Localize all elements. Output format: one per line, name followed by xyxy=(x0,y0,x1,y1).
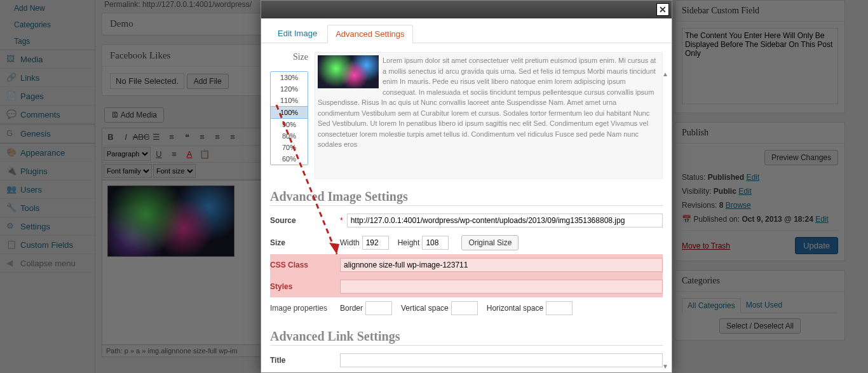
align-center-button[interactable]: ≡ xyxy=(210,130,224,144)
add-file-button[interactable]: Add File xyxy=(187,74,229,89)
menu-links[interactable]: 🔗Links xyxy=(0,69,95,87)
tab-advanced-settings[interactable]: Advanced Settings xyxy=(327,25,412,43)
styles-label: Styles xyxy=(270,282,340,291)
font-size-select[interactable]: Font size xyxy=(153,164,196,178)
paragraph-select[interactable]: Paragraph xyxy=(104,147,151,161)
text-color-button[interactable]: A xyxy=(182,147,196,161)
ol-button[interactable]: ≡ xyxy=(165,130,179,144)
align-right-button[interactable]: ≡ xyxy=(226,130,240,144)
styles-input[interactable] xyxy=(340,280,663,294)
page-icon: 📄 xyxy=(6,91,17,101)
date-edit-link[interactable]: Edit xyxy=(815,215,829,224)
size-option[interactable]: 110% xyxy=(271,95,308,106)
width-input[interactable] xyxy=(362,236,389,250)
menu-comments[interactable]: 💬Comments xyxy=(0,105,95,124)
hspace-input[interactable] xyxy=(546,301,573,315)
bold-button[interactable]: B xyxy=(104,130,118,144)
image-properties-label: Image properties xyxy=(270,304,340,313)
preview-box: Lorem ipsum dolor sit amet consectetuer … xyxy=(315,52,663,179)
menu-tags[interactable]: Tags xyxy=(0,33,95,50)
original-size-button[interactable]: Original Size xyxy=(461,235,519,250)
width-label: Width xyxy=(340,238,360,247)
size-list: 130%120%110%100%90%80%70%60% xyxy=(270,71,308,165)
menu-tools-label: Tools xyxy=(20,203,39,213)
size-option[interactable]: 60% xyxy=(271,153,308,165)
close-button[interactable]: ✕ xyxy=(656,3,669,16)
visibility-value: Public xyxy=(714,187,736,196)
size-option[interactable]: 120% xyxy=(271,83,308,95)
status-label: Status: xyxy=(682,173,708,182)
size-option[interactable]: 90% xyxy=(271,119,308,130)
menu-pages[interactable]: 📄Pages xyxy=(0,87,95,105)
size-option[interactable]: 80% xyxy=(271,130,308,142)
menu-comments-label: Comments xyxy=(20,110,60,119)
scroll-up-icon[interactable]: ▲ xyxy=(660,69,670,79)
scroll-down-icon[interactable]: ▼ xyxy=(660,361,670,371)
quote-button[interactable]: ❝ xyxy=(180,130,194,144)
move-to-trash-link[interactable]: Move to Trash xyxy=(682,241,730,250)
size-option[interactable]: 100% xyxy=(271,106,308,119)
preview-changes-button[interactable]: Preview Changes xyxy=(764,150,838,165)
css-class-label: CSS Class xyxy=(270,261,340,269)
settings-icon: ⚙ xyxy=(6,221,17,231)
menu-media[interactable]: 🖼Media xyxy=(0,50,95,69)
ul-button[interactable]: ☰ xyxy=(149,130,163,144)
collapse-label: Collapse menu xyxy=(20,259,76,268)
menu-genesis[interactable]: GGenesis xyxy=(0,124,95,143)
menu-settings[interactable]: ⚙Settings xyxy=(0,217,95,236)
menu-genesis-label: Genesis xyxy=(20,129,51,139)
browse-link[interactable]: Browse xyxy=(726,201,751,210)
tab-most-used[interactable]: Most Used xyxy=(741,298,787,313)
collapse-menu[interactable]: ◀Collapse menu xyxy=(0,254,95,273)
tab-edit-image[interactable]: Edit Image xyxy=(270,25,325,43)
image-settings-modal: ✕ Edit Image Advanced Settings ▲ Size 13… xyxy=(261,0,672,373)
menu-add-new[interactable]: Add New xyxy=(0,0,95,17)
select-deselect-button[interactable]: Select / Deselect All xyxy=(719,318,801,334)
users-icon: 👥 xyxy=(6,184,17,194)
update-button[interactable]: Update xyxy=(795,237,838,254)
status-value: Published xyxy=(708,173,744,182)
align-full-button[interactable]: ≡ xyxy=(167,147,181,161)
menu-tools[interactable]: 🔧Tools xyxy=(0,199,95,217)
menu-settings-label: Settings xyxy=(20,222,50,231)
paste-button[interactable]: 📋 xyxy=(198,147,212,161)
font-family-select[interactable]: Font family xyxy=(104,164,152,178)
publish-title: Publish xyxy=(675,123,844,144)
italic-button[interactable]: I xyxy=(119,130,133,144)
menu-appearance-label: Appearance xyxy=(20,148,65,158)
add-media-button[interactable]: 🖻 Add Media xyxy=(104,107,164,123)
hspace-label: Horizontal space xyxy=(487,304,543,313)
menu-users[interactable]: 👥Users xyxy=(0,180,95,199)
visibility-label: Visibility: xyxy=(682,187,714,196)
menu-users-label: Users xyxy=(20,185,42,194)
title-input[interactable] xyxy=(340,353,663,367)
visibility-edit-link[interactable]: Edit xyxy=(738,187,752,196)
strike-button[interactable]: ABC xyxy=(134,130,148,144)
size-option[interactable]: 130% xyxy=(271,72,308,83)
menu-plugins[interactable]: 🔌Plugins xyxy=(0,162,95,180)
tab-all-categories[interactable]: All Categories xyxy=(682,298,741,313)
underline-button[interactable]: U xyxy=(152,147,166,161)
categories-box: Categories All Categories Most Used Sele… xyxy=(675,270,845,341)
calendar-icon: 📅 xyxy=(682,215,691,224)
border-label: Border xyxy=(340,304,363,313)
menu-appearance[interactable]: 🎨Appearance xyxy=(0,143,95,162)
sidebar-field-textarea[interactable]: The Content You Enter Here Will Only Be … xyxy=(682,28,838,104)
collapse-icon: ◀ xyxy=(6,258,17,268)
menu-categories[interactable]: Categories xyxy=(0,17,95,33)
menu-custom-fields[interactable]: 📋Custom Fields xyxy=(0,236,95,254)
editor-image[interactable] xyxy=(107,186,234,257)
size-option[interactable]: 70% xyxy=(271,142,308,153)
vspace-input[interactable] xyxy=(451,301,478,315)
height-input[interactable] xyxy=(422,236,449,250)
side-column: Sidebar Custom Field The Content You Ent… xyxy=(675,0,845,349)
css-class-input[interactable] xyxy=(340,258,663,272)
align-left-button[interactable]: ≡ xyxy=(195,130,209,144)
size-label: Size xyxy=(270,52,308,71)
border-input[interactable] xyxy=(365,301,392,315)
status-edit-link[interactable]: Edit xyxy=(746,173,759,182)
revisions-label: Revisions: xyxy=(682,201,719,210)
published-value: Oct 9, 2013 @ 18:24 xyxy=(742,215,813,224)
revisions-value: 8 xyxy=(719,201,724,210)
source-input[interactable] xyxy=(347,214,663,227)
